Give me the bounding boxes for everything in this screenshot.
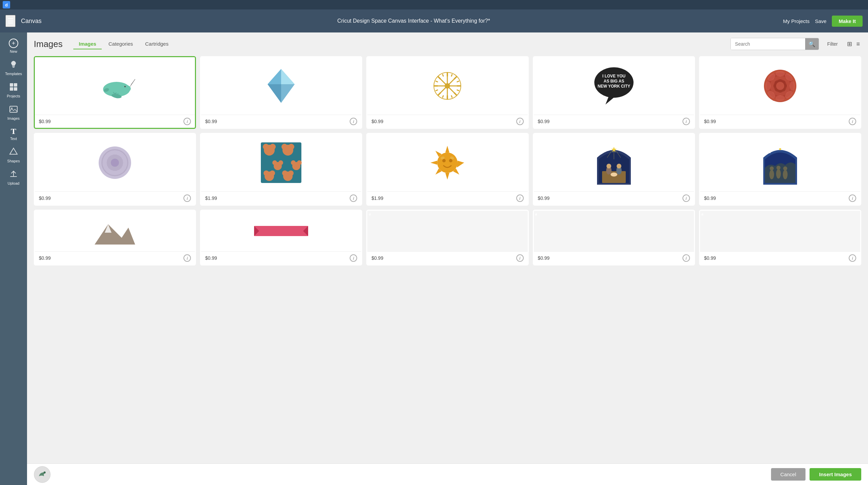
my-projects-button[interactable]: My Projects (783, 18, 810, 24)
svg-rect-32 (438, 76, 441, 79)
sidebar-item-shapes[interactable]: Shapes (0, 144, 27, 166)
card-footer-1: $0.99 i (35, 115, 195, 128)
info-button-14[interactable]: i (683, 254, 690, 262)
image-grid: a $0.99 (34, 56, 861, 265)
svg-text:NEW YORK CITY: NEW YORK CITY (597, 84, 630, 89)
sidebar-item-projects[interactable]: Projects (0, 79, 27, 101)
card-image-15 (700, 211, 860, 251)
info-button-10[interactable]: i (849, 194, 856, 202)
svg-point-87 (111, 159, 119, 167)
image-card-7[interactable]: a (200, 133, 362, 206)
info-button-13[interactable]: i (516, 254, 524, 262)
image-card-3[interactable]: a (366, 56, 528, 129)
card-badge-15: a (701, 212, 703, 216)
card-badge-14: a (535, 212, 537, 216)
insert-images-button[interactable]: Insert Images (810, 468, 861, 481)
header-actions: My Projects Save Make It (783, 16, 863, 27)
info-button-11[interactable]: i (183, 254, 191, 262)
svg-point-91 (270, 144, 276, 150)
info-button-7[interactable]: i (350, 194, 357, 202)
image-card-2[interactable]: a $0.99 i (200, 56, 362, 129)
svg-rect-33 (451, 74, 453, 77)
tab-navigation: Images Categories Cartridges (73, 39, 725, 49)
info-button-4[interactable]: i (683, 118, 690, 125)
image-card-10[interactable]: a (699, 133, 861, 206)
card-image-2 (201, 57, 361, 115)
svg-point-11 (124, 86, 126, 87)
info-button-12[interactable]: i (350, 254, 357, 262)
sidebar-item-new[interactable]: + New (0, 35, 27, 57)
hamburger-menu[interactable]: ☰ (5, 15, 16, 27)
image-card-1[interactable]: a $0.99 (34, 56, 196, 129)
image-card-15[interactable]: a $0.99 i (699, 210, 861, 265)
card-price-9: $0.99 (538, 195, 550, 201)
card-footer-3: $0.99 i (367, 115, 527, 128)
sidebar-label-new: New (10, 49, 17, 53)
cancel-button[interactable]: Cancel (771, 468, 806, 481)
card-footer-8: $1.99 i (367, 191, 527, 205)
sidebar: + New Templates Proje (0, 32, 27, 485)
card-image-10 (700, 134, 860, 191)
info-button-15[interactable]: i (849, 254, 856, 262)
image-card-4[interactable]: a I LOVE YOU AS BIG AS NEW YORK CITY $0.… (533, 56, 695, 129)
card-badge-1: a (36, 59, 38, 63)
info-button-1[interactable]: i (183, 118, 191, 125)
card-badge-4: a (535, 59, 537, 63)
card-footer-6: $0.99 i (35, 191, 195, 205)
image-card-9[interactable]: a (533, 133, 695, 206)
tab-categories[interactable]: Categories (103, 39, 139, 49)
svg-rect-5 (14, 87, 17, 91)
image-card-13[interactable]: a $0.99 i (366, 210, 528, 265)
sidebar-item-upload[interactable]: Upload (0, 166, 27, 189)
images-icon (9, 105, 18, 115)
image-grid-area[interactable]: a $0.99 (27, 53, 868, 463)
info-button-6[interactable]: i (183, 194, 191, 202)
card-footer-15: $0.99 i (700, 251, 860, 264)
svg-marker-16 (268, 69, 281, 84)
info-button-2[interactable]: i (350, 118, 357, 125)
card-price-4: $0.99 (538, 119, 550, 124)
tab-cartridges[interactable]: Cartridges (140, 39, 174, 49)
text-icon: T (11, 127, 16, 135)
card-price-11: $0.99 (39, 255, 51, 261)
save-button[interactable]: Save (815, 18, 826, 24)
image-card-11[interactable]: a $0.99 i (34, 210, 196, 265)
grid-view-button[interactable]: ⊞ (846, 40, 853, 48)
info-button-9[interactable]: i (683, 194, 690, 202)
card-badge-5: a (701, 59, 703, 63)
sidebar-item-images[interactable]: Images (0, 101, 27, 124)
svg-point-102 (264, 170, 269, 176)
svg-point-90 (263, 144, 269, 150)
svg-point-24 (445, 83, 450, 89)
make-it-button[interactable]: Make It (832, 16, 863, 27)
app-body: + New Templates Proje (0, 32, 868, 485)
filter-button[interactable]: Filter (824, 40, 840, 48)
svg-point-131 (790, 150, 791, 152)
image-card-8[interactable]: a (366, 133, 528, 206)
image-card-6[interactable]: a (34, 133, 196, 206)
search-input[interactable] (731, 38, 805, 50)
svg-marker-18 (281, 84, 295, 103)
image-card-14[interactable]: a $0.99 i (533, 210, 695, 265)
sidebar-item-templates[interactable]: Templates (0, 57, 27, 79)
info-button-3[interactable]: i (516, 118, 524, 125)
card-price-1: $0.99 (39, 119, 51, 124)
bottom-action-bar: Cancel Insert Images (27, 463, 868, 485)
card-price-7: $1.99 (205, 195, 217, 201)
image-card-12[interactable]: a $0.99 i (200, 210, 362, 265)
search-button[interactable]: 🔍 (805, 38, 819, 50)
tab-images[interactable]: Images (73, 39, 102, 49)
info-button-5[interactable]: i (849, 118, 856, 125)
image-card-5[interactable]: a (699, 56, 861, 129)
card-footer-7: $1.99 i (201, 191, 361, 205)
list-view-button[interactable]: ≡ (855, 40, 861, 48)
card-image-4: I LOVE YOU AS BIG AS NEW YORK CITY (534, 57, 694, 115)
card-image-13 (367, 211, 527, 251)
svg-point-94 (288, 144, 294, 150)
svg-marker-111 (445, 173, 449, 180)
info-button-8[interactable]: i (516, 194, 524, 202)
svg-point-126 (611, 172, 617, 177)
card-price-12: $0.99 (205, 255, 217, 261)
view-toggle: ⊞ ≡ (846, 40, 861, 48)
sidebar-item-text[interactable]: T Text (0, 124, 27, 144)
